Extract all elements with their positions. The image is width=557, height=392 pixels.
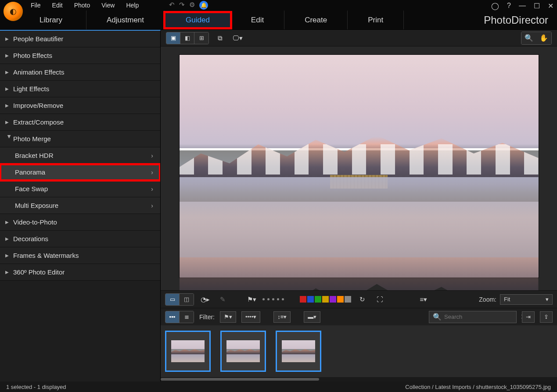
sidebar-sub-bracket-hdr[interactable]: Bracket HDR› [0, 147, 160, 164]
account-icon[interactable]: ◯ [491, 2, 499, 10]
tab-create[interactable]: Create [284, 11, 348, 29]
maximize-icon[interactable]: ☐ [534, 2, 540, 10]
chevron-right-icon: › [151, 185, 153, 192]
mirror-view-button[interactable]: ⧉ [213, 32, 226, 44]
compare-view-button[interactable]: ◧ [180, 32, 194, 44]
histogram-button[interactable]: ◔▸ [198, 294, 212, 305]
sidebar-item-label: Animation Effects [13, 68, 64, 76]
sidebar-light-effects[interactable]: ▶Light Effects [0, 81, 160, 97]
swatch-orange[interactable] [337, 296, 344, 303]
search-input[interactable] [444, 314, 518, 320]
sidebar-improve-remove[interactable]: ▶Improve/Remove [0, 97, 160, 114]
split-pane-button[interactable]: ◫ [180, 294, 194, 305]
notification-bell-icon[interactable]: 🔔 [199, 1, 208, 10]
sidebar-sub-face-swap[interactable]: Face Swap› [0, 181, 160, 197]
sidebar-photo-effects[interactable]: ▶Photo Effects [0, 47, 160, 64]
tab-guided[interactable]: Guided [165, 12, 231, 28]
sidebar-extract-compose[interactable]: ▶Extract/Compose [0, 114, 160, 131]
import-button[interactable]: ⇥ [522, 311, 535, 323]
list-options-icon[interactable]: ≡▾ [417, 294, 430, 305]
thumbnail[interactable] [276, 331, 321, 372]
swatch-green[interactable] [315, 296, 321, 303]
settings-gear-icon[interactable]: ⚙ [189, 1, 195, 10]
tab-edit[interactable]: Edit [231, 11, 284, 29]
sidebar-item-label: Extract/Compose [13, 118, 64, 126]
minimize-icon[interactable]: — [519, 2, 526, 10]
swatch-red[interactable] [300, 296, 306, 303]
filmstrip-scrollbar[interactable] [161, 377, 557, 381]
export-share-button[interactable]: ⇪ [540, 311, 553, 323]
crop-overlay-icon[interactable]: ⛶ [373, 294, 386, 305]
sidebar-photo-merge[interactable]: ▶Photo Merge [0, 131, 160, 147]
undo-icon[interactable]: ↶ [169, 1, 175, 10]
chevron-right-icon: › [151, 169, 153, 176]
redo-icon[interactable]: ↷ [179, 1, 185, 10]
magnifier-icon[interactable]: 🔍 [521, 32, 536, 44]
chevron-down-icon: ▾ [546, 296, 549, 303]
swatch-purple[interactable] [330, 296, 336, 303]
grid-view-button[interactable]: ⊞ [194, 32, 208, 44]
eyedropper-icon[interactable]: ✎ [216, 294, 229, 305]
sidebar-360-photo-editor[interactable]: ▶360º Photo Editor [0, 264, 160, 281]
sidebar-item-label: Photo Effects [13, 52, 52, 59]
rotate-icon[interactable]: ↻ [356, 294, 369, 305]
menu-help[interactable]: Help [126, 2, 139, 9]
main-tabs: Library Adjustment Guided Edit Create Pr… [0, 11, 557, 30]
filmstrip [161, 325, 557, 377]
sidebar-people-beautifier[interactable]: ▶People Beautifier [0, 31, 160, 47]
preview-toolbar: ▭ ◫ ◔▸ ✎ ⚑▾ ↻ ⛶ ≡▾ Zoom: Fit [161, 290, 557, 308]
flag-icon[interactable]: ⚑▾ [245, 294, 258, 305]
sidebar-video-to-photo[interactable]: ▶Video-to-Photo [0, 214, 160, 231]
swatch-blue[interactable] [307, 296, 314, 303]
swatch-gray[interactable] [345, 296, 351, 303]
status-selection: 1 selected - 1 displayed [6, 384, 66, 390]
zoom-select[interactable]: Fit▾ [500, 294, 553, 305]
thumbnail[interactable] [220, 331, 266, 372]
stack-dropdown[interactable]: ▬▾ [304, 311, 320, 323]
pan-hand-icon[interactable]: ✋ [536, 32, 551, 44]
chevron-right-icon: ▶ [5, 270, 13, 274]
tab-adjustment[interactable]: Adjustment [86, 11, 165, 29]
sidebar-sub-label: Panorama [15, 168, 45, 176]
thumb-list-button[interactable]: ≣ [180, 311, 194, 323]
filter-rating-dropdown[interactable]: ••••▾ [241, 311, 260, 323]
guided-sidebar: ▶People Beautifier ▶Photo Effects ▶Anima… [0, 30, 161, 381]
chevron-right-icon: ▶ [5, 253, 13, 258]
sidebar-sub-multi-exposure[interactable]: Multi Exposure› [0, 197, 160, 214]
zoom-tool-group: 🔍 ✋ [521, 32, 552, 45]
sidebar-animation-effects[interactable]: ▶Animation Effects [0, 64, 160, 81]
sidebar-sub-label: Bracket HDR [15, 152, 54, 159]
sidebar-sub-panorama[interactable]: Panorama› [0, 164, 160, 181]
chevron-right-icon: ▶ [5, 36, 13, 41]
filter-label: Filter: [199, 314, 215, 321]
chevron-right-icon: ▶ [5, 103, 13, 108]
sidebar-item-label: Improve/Remove [13, 102, 63, 109]
chevron-right-icon: ▶ [5, 70, 13, 75]
menu-view[interactable]: View [101, 2, 115, 9]
sidebar-decorations[interactable]: ▶Decorations [0, 231, 160, 247]
sidebar-frames-watermarks[interactable]: ▶Frames & Watermarks [0, 247, 160, 264]
secondary-display-button[interactable]: 🖵▾ [231, 32, 244, 44]
sidebar-item-label: Frames & Watermarks [13, 252, 79, 259]
thumb-small-button[interactable]: ▪▪▪ [165, 311, 180, 323]
search-box[interactable]: 🔍 ✕ [429, 311, 517, 323]
zoom-value: Fit [504, 296, 510, 303]
tab-print[interactable]: Print [348, 11, 404, 29]
menu-edit[interactable]: Edit [52, 2, 63, 9]
filter-flag-dropdown[interactable]: ⚑▾ [220, 311, 236, 323]
swatch-yellow[interactable] [322, 296, 329, 303]
sort-dropdown[interactable]: ↕≡▾ [273, 311, 291, 323]
sidebar-sub-label: Face Swap [15, 185, 48, 192]
rating-dots[interactable] [262, 298, 284, 300]
search-icon: 🔍 [433, 313, 442, 321]
menu-file[interactable]: File [31, 2, 41, 9]
close-icon[interactable]: ✕ [548, 2, 553, 10]
canvas[interactable] [161, 46, 557, 290]
thumbnail[interactable] [165, 331, 211, 372]
chevron-right-icon: › [151, 202, 153, 209]
menu-photo[interactable]: Photo [74, 2, 90, 9]
single-pane-button[interactable]: ▭ [165, 294, 180, 305]
help-icon[interactable]: ? [507, 2, 511, 10]
main-area: ▣ ◧ ⊞ ⧉ 🖵▾ 🔍 ✋ ▭ ◫ [161, 30, 557, 381]
single-view-button[interactable]: ▣ [166, 32, 180, 44]
